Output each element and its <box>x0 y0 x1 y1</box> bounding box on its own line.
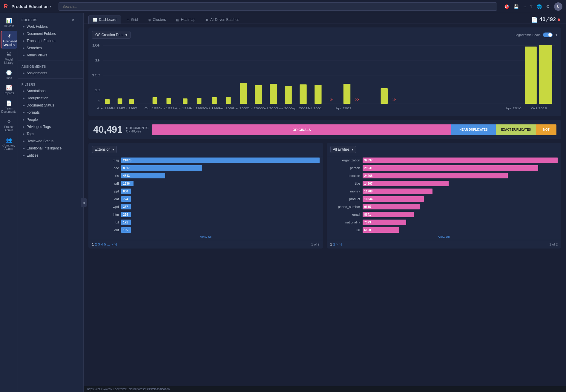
tab-dashboard[interactable]: 📊 Dashboard <box>88 16 121 24</box>
sidebar-item-entities[interactable]: ▶ Entities <box>18 152 83 159</box>
settings-icon[interactable]: ⚙ <box>546 4 550 9</box>
ext-page-last[interactable]: >| <box>114 243 117 246</box>
sidebar-item-review[interactable]: 📊 Review <box>1 16 17 30</box>
svg-text:1: 1 <box>98 99 101 103</box>
svg-text:Oct 2019: Oct 2019 <box>531 107 547 109</box>
search-input[interactable] <box>59 2 497 11</box>
sidebar-item-project-admin[interactable]: ⚙ Project Admin <box>1 116 17 134</box>
admin-views-label: Admin Views <box>27 53 47 57</box>
table-row: person 29631 <box>329 164 559 172</box>
entities-panel: All Entities ▾ organization 32897 person… <box>327 143 562 249</box>
sidebar-item-team-documents[interactable]: 📄 Team Documents <box>1 98 17 116</box>
sidebar-item-formats[interactable]: ▶ Formats <box>18 109 83 116</box>
chart-dropdown[interactable]: OS Creation Date ▾ <box>92 31 131 39</box>
sidebar-item-work-folders[interactable]: ▶ Work Folders <box>18 23 83 30</box>
svg-text:1k: 1k <box>95 58 101 62</box>
ext-page-4[interactable]: 4 <box>101 243 103 246</box>
more-icon[interactable]: ··· <box>523 4 526 9</box>
chevron-icon: ▶ <box>23 97 25 100</box>
sidebar-item-admin-views[interactable]: ▶ Admin Views <box>18 52 83 59</box>
extension-footer: 1 2 3 4 5 ... > >| 1 of 9 <box>88 240 323 249</box>
row-bar-wrap: 21875 <box>121 158 320 163</box>
sidebar-item-company-admin[interactable]: 👥 Company Admin <box>1 135 17 153</box>
svg-rect-21 <box>270 84 277 104</box>
target-icon[interactable]: 🎯 <box>504 4 509 9</box>
folders-section-header: FOLDERS ↺ ··· <box>18 16 83 23</box>
extension-view-all[interactable]: View All <box>88 234 323 240</box>
tab-clusters[interactable]: ◎ Clusters <box>143 16 170 24</box>
supervised-learning-icon: ☀ <box>7 33 11 39</box>
sidebar-item-people[interactable]: ▶ People <box>18 116 83 123</box>
sidebar-item-reviewed-status[interactable]: ▶ Reviewed Status <box>18 138 83 145</box>
ext-page-3[interactable]: 3 <box>98 243 100 246</box>
title-chevron-icon: ▾ <box>50 5 51 8</box>
sidebar-item-searches[interactable]: ▶ Searches <box>18 44 83 52</box>
doc-count-icon: 📄 <box>531 16 538 23</box>
svg-text:Apr 2000: Apr 2000 <box>232 107 248 109</box>
clusters-tab-icon: ◎ <box>148 18 151 22</box>
top-bar: R Product Education ▾ 🎯 💾 ··· ? 🌐 ⚙ U <box>0 0 566 13</box>
globe-icon[interactable]: 🌐 <box>537 4 542 9</box>
tab-heatmap[interactable]: ▦ Heatmap <box>171 16 200 24</box>
entities-dropdown[interactable]: All Entities ▾ <box>330 146 356 153</box>
row-bar-wrap: 8641 <box>363 212 558 217</box>
help-icon[interactable]: ? <box>530 4 533 9</box>
chevron-icon: ▶ <box>23 125 25 128</box>
tab-dashboard-label: Dashboard <box>99 18 116 22</box>
svg-text:10: 10 <box>95 88 100 92</box>
more-options-icon[interactable]: ··· <box>76 18 80 22</box>
reports-label: Reports <box>4 92 14 95</box>
sidebar-item-document-status[interactable]: ▶ Document Status <box>18 102 83 109</box>
sidebar-item-jobs[interactable]: 🕐 Jobs <box>1 67 17 82</box>
extension-dropdown[interactable]: Extension ▾ <box>92 146 117 153</box>
ext-page-next[interactable]: > <box>111 243 113 246</box>
save-icon[interactable]: 💾 <box>513 4 519 9</box>
ent-page-2[interactable]: 2 <box>333 243 335 246</box>
sidebar-item-tags[interactable]: ▶ Tags <box>18 130 83 138</box>
user-avatar[interactable]: U <box>554 2 562 11</box>
ent-page-last[interactable]: >| <box>339 243 342 246</box>
row-label: phone_number <box>330 205 360 209</box>
sidebar-item-document-folders[interactable]: ▶ Document Folders <box>18 30 83 37</box>
ext-page-5[interactable]: 5 <box>104 243 106 246</box>
svg-text:Apr 2001: Apr 2001 <box>292 107 308 109</box>
refresh-icon[interactable]: ↺ <box>72 18 75 22</box>
exact-duplicates-segment: EXACT DUPLICATES <box>496 124 536 135</box>
row-label: person <box>330 166 360 170</box>
svg-rect-30 <box>525 47 537 104</box>
entities-label: Entities <box>27 153 38 158</box>
sidebar-item-reports[interactable]: 📈 Reports <box>1 83 17 97</box>
ext-page-1[interactable]: 1 <box>92 243 94 246</box>
sidebar-item-privileged-tags[interactable]: ▶ Privileged Tags <box>18 123 83 130</box>
ent-page-1[interactable]: 1 <box>330 243 332 246</box>
sidebar-item-transcript-folders[interactable]: ▶ Transcript Folders <box>18 37 83 44</box>
dup-count-display: 40,491 <box>93 124 122 135</box>
sidebar-item-supervised-learning[interactable]: ☀ Supervised Learning <box>1 31 17 49</box>
sidebar-item-emotional-intelligence[interactable]: ▶ Emotional Intelligence <box>18 145 83 152</box>
tab-grid[interactable]: ⊞ Grid <box>122 16 142 24</box>
log-scale-toggle[interactable] <box>543 33 553 37</box>
table-row: xls 4843 <box>91 172 321 180</box>
ent-page-next[interactable]: > <box>336 243 338 246</box>
row-label: ppt <box>92 189 119 193</box>
entities-dropdown-arrow: ▾ <box>352 147 353 152</box>
app-title[interactable]: Product Education ▾ <box>11 4 51 9</box>
sidebar-item-assignments[interactable]: ▶ Assignments <box>18 70 83 77</box>
emotional-intelligence-label: Emotional Intelligence <box>27 146 62 150</box>
tab-ai-driven[interactable]: ◉ AI-Driven Batches <box>201 16 244 24</box>
svg-text:10k: 10k <box>92 44 101 47</box>
sidebar-item-annotations[interactable]: ▶ Annotations <box>18 87 83 95</box>
sidebar-item-model-library[interactable]: 🏛 Model Library <box>1 49 17 67</box>
entities-view-all[interactable]: View All <box>327 234 562 240</box>
tab-heatmap-label: Heatmap <box>181 18 195 22</box>
app-logo[interactable]: R <box>4 3 8 10</box>
export-icon[interactable]: ⬆ <box>555 33 558 37</box>
row-bar: 4843 <box>121 173 165 178</box>
sidebar-collapse-button[interactable]: ◀ <box>81 198 87 207</box>
ext-page-2[interactable]: 2 <box>95 243 97 246</box>
sidebar: FOLDERS ↺ ··· ▶ Work Folders ▶ Document … <box>18 13 84 392</box>
row-bar-wrap: 367 <box>121 204 320 209</box>
review-icon: 📊 <box>6 18 12 24</box>
sidebar-item-deduplication[interactable]: ▶ Deduplication <box>18 95 83 102</box>
chevron-icon: ▶ <box>23 32 25 35</box>
